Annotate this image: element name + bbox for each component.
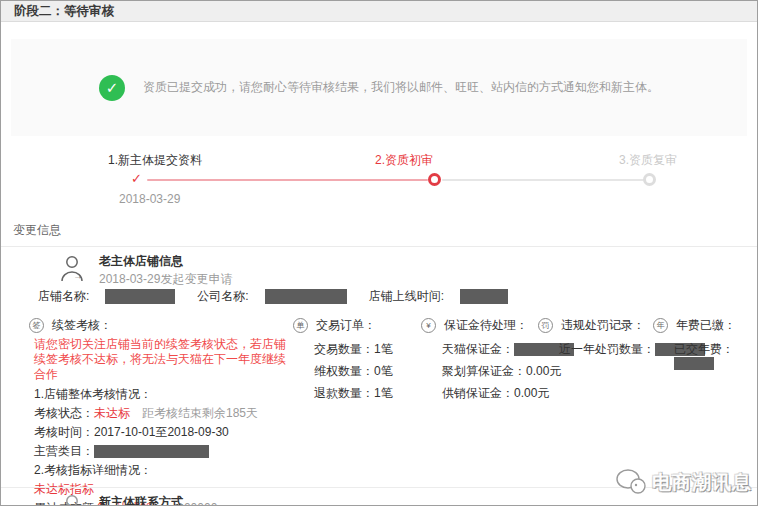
stage-title: 阶段二：等待审核 [14, 4, 114, 18]
watermark-logo-icon [615, 467, 649, 498]
shop-online-time-label: 店铺上线时间: [369, 288, 444, 305]
assessment-status-line: 考核状态：未达标距考核结束剩余185天 [34, 406, 299, 420]
step-2-dot-icon [428, 173, 441, 186]
annual-fee-icon: 年 [653, 318, 668, 333]
annual-fee-redacted-value [674, 357, 714, 370]
renewal-assessment-column: 签 续签考核： 请您密切关注店铺当前的续签考核状态，若店铺续签考核不达标，将无法… [29, 317, 299, 506]
change-info-label: 变更信息 [13, 223, 61, 237]
renewal-warning-text: 请您密切关注店铺当前的续签考核状态，若店铺续签考核不达标，将无法与天猫在下一年度… [34, 337, 296, 382]
assessment-status-label: 考核状态： [34, 406, 94, 420]
step-1-check-icon: ✓ [131, 171, 142, 186]
old-entity-card: → 老主体店铺信息 2018-03-29发起变更申请 [1, 254, 757, 286]
step-1-label: 1.新主体提交资料 [108, 152, 202, 169]
watermark-text: 电商潮讯息 [652, 470, 752, 496]
assessment-status-value: 未达标 [94, 406, 130, 420]
refund-count-row: 退款数量：1笔 [314, 386, 393, 400]
trade-orders-title: 交易订单： [316, 317, 376, 334]
deposit-title: 保证金待处理： [444, 317, 528, 334]
penalty-count-label: 近一年处罚数量： [559, 342, 655, 356]
detail-indicators-title: 2.考核指标详细情况： [34, 463, 299, 477]
overall-assessment-title: 1.店铺整体考核情况： [34, 387, 299, 401]
deposit-icon: ¥ [421, 318, 436, 333]
trade-orders-column: 单 交易订单： 交易数量：1笔 维权数量：0笔 退款数量：1笔 [293, 317, 393, 400]
refund-count-value: 1笔 [374, 386, 393, 400]
juhuasuan-deposit-value: 0.00元 [526, 364, 561, 378]
change-info-section-title: 变更信息 [1, 218, 757, 247]
shop-name-field: 店铺名称: [38, 288, 175, 305]
step-2-label: 2.资质初审 [375, 152, 433, 169]
juhuasuan-deposit-label: 聚划算保证金： [442, 364, 526, 378]
step-3-dot-icon [643, 173, 656, 186]
stepper-line-done [147, 179, 428, 181]
stage-header: 阶段二：等待审核 [1, 1, 757, 22]
shop-online-time-field: 店铺上线时间: [369, 288, 508, 305]
juhuasuan-deposit-row: 聚划算保证金：0.00元 [442, 364, 574, 378]
annual-fee-title: 年费已缴： [676, 317, 736, 334]
dispute-count-row: 维权数量：0笔 [314, 364, 393, 378]
tmall-deposit-label: 天猫保证金： [442, 342, 514, 356]
dispute-count-label: 维权数量： [314, 364, 374, 378]
assessment-remaining-note: 距考核结束剩余185天 [142, 406, 258, 420]
trade-count-label: 交易数量： [314, 342, 374, 356]
notice-message: 资质已提交成功，请您耐心等待审核结果，我们将以邮件、旺旺、站内信的方式通知您和新… [143, 79, 659, 96]
old-entity-subtitle: 2018-03-29发起变更申请 [99, 271, 757, 288]
transfer-out-arrow-icon: → [73, 270, 83, 281]
metrics-area: 签 续签考核： 请您密切关注店铺当前的续签考核状态，若店铺续签考核不达标，将无法… [1, 317, 757, 487]
assessment-time-line: 考核时间：2017-10-01至2018-09-30 [34, 425, 299, 439]
progress-stepper: 1.新主体提交资料 2.资质初审 3.资质复审 ✓ 2018-03-29 [1, 150, 757, 210]
shop-online-time-redacted-value [460, 289, 508, 304]
penalty-title: 违规处罚记录： [561, 317, 645, 334]
renewal-assessment-header: 签 续签考核： [29, 317, 299, 334]
shop-name-label: 店铺名称: [38, 288, 89, 305]
annual-fee-column: 年 年费已缴： 已交年费： [653, 317, 757, 370]
company-name-redacted-value [265, 289, 347, 304]
supply-deposit-value: 0.00元 [514, 386, 549, 400]
shop-name-redacted-value [105, 289, 175, 304]
step-3-label: 3.资质复审 [619, 152, 677, 169]
step-1-date: 2018-03-29 [119, 192, 180, 206]
old-entity-title: 老主体店铺信息 [99, 254, 757, 268]
annual-fee-header: 年 年费已缴： [653, 317, 757, 334]
watermark: 电商潮讯息 [615, 467, 752, 498]
shop-fields-row: 店铺名称: 公司名称: 店铺上线时间: [1, 288, 757, 305]
main-category-label: 主营类目： [34, 444, 94, 458]
supply-deposit-row: 供销保证金：0.00元 [442, 386, 574, 400]
notice-content: ✓ 资质已提交成功，请您耐心等待审核结果，我们将以邮件、旺旺、站内信的方式通知您… [99, 75, 659, 101]
annual-fee-paid-row: 已交年费： [674, 342, 757, 370]
trade-count-row: 交易数量：1笔 [314, 342, 393, 356]
main-category-line: 主营类目： [34, 444, 299, 458]
trade-count-value: 1笔 [374, 342, 393, 356]
trade-orders-icon: 单 [293, 318, 308, 333]
stepper-line-pending [442, 179, 644, 181]
success-check-icon: ✓ [99, 75, 125, 101]
refund-count-label: 退款数量： [314, 386, 374, 400]
company-name-label: 公司名称: [197, 288, 248, 305]
page: 阶段二：等待审核 ✓ 资质已提交成功，请您耐心等待审核结果，我们将以邮件、旺旺、… [0, 0, 758, 506]
renewal-assessment-icon: 签 [29, 318, 44, 333]
assessment-time-label: 考核时间： [34, 425, 94, 439]
main-category-redacted-value [94, 445, 209, 458]
assessment-time-value: 2017-10-01至2018-09-30 [94, 425, 229, 439]
dispute-count-value: 0笔 [374, 364, 393, 378]
penalty-icon: 罚 [538, 318, 553, 333]
company-name-field: 公司名称: [197, 288, 346, 305]
supply-deposit-label: 供销保证金： [442, 386, 514, 400]
trade-orders-header: 单 交易订单： [293, 317, 393, 334]
notice-panel: ✓ 资质已提交成功，请您耐心等待审核结果，我们将以邮件、旺旺、站内信的方式通知您… [11, 39, 747, 136]
renewal-assessment-title: 续签考核： [52, 317, 112, 334]
annual-fee-paid-label: 已交年费： [674, 342, 734, 356]
